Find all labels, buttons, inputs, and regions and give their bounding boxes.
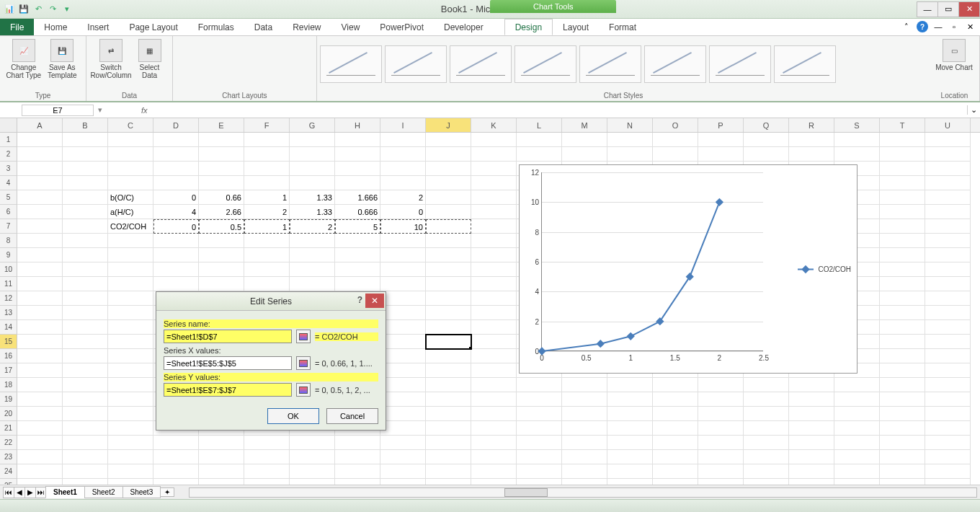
cell-U23[interactable] [925,450,971,464]
cell-J6[interactable] [426,205,471,219]
cell-G7[interactable]: 2 [290,219,335,234]
cell-A1[interactable] [17,133,63,147]
cell-O1[interactable] [653,133,698,147]
tab-view[interactable]: View [331,19,370,35]
cell-K19[interactable] [471,392,517,407]
cell-N24[interactable] [607,464,653,479]
tab-data[interactable]: Data [244,19,282,35]
chart-style-7[interactable] [709,45,771,83]
row-header-6[interactable]: 6 [0,205,17,219]
cell-I10[interactable] [380,262,426,277]
cell-H24[interactable] [335,464,380,479]
cell-J11[interactable] [426,277,471,291]
cell-B15[interactable] [63,335,108,349]
cell-M2[interactable] [562,147,607,162]
cell-L20[interactable] [517,407,562,421]
cell-R24[interactable] [789,464,834,479]
chart-style-8[interactable] [774,45,836,83]
cell-P20[interactable] [698,407,744,421]
cell-M20[interactable] [562,407,607,421]
cell-U6[interactable] [925,205,971,219]
cell-K15[interactable] [471,335,517,349]
cell-O20[interactable] [653,407,698,421]
qa-dropdown-icon[interactable]: ▾ [61,3,74,16]
cell-H8[interactable] [335,234,380,248]
row-header-8[interactable]: 8 [0,234,17,248]
name-box[interactable]: E7 [22,105,94,116]
cell-U20[interactable] [925,407,971,421]
cell-P18[interactable] [698,378,744,392]
cell-C20[interactable] [108,407,153,421]
cell-J2[interactable] [426,147,471,162]
cell-B4[interactable] [63,176,108,190]
cell-T19[interactable] [880,392,925,407]
cell-A9[interactable] [17,248,63,262]
cell-U24[interactable] [925,464,971,479]
cell-G6[interactable]: 1.33 [290,205,335,219]
sheet-tab-2[interactable]: Sheet2 [84,486,123,498]
row-header-4[interactable]: 4 [0,176,17,190]
chart-style-2[interactable] [385,45,447,83]
cell-D7[interactable]: 0 [153,219,199,234]
cell-F3[interactable] [244,162,290,176]
column-header-H[interactable]: H [335,118,380,132]
window-minimize-icon[interactable]: — [932,21,944,32]
row-header-24[interactable]: 24 [0,464,17,479]
column-header-J[interactable]: J [426,118,471,132]
cell-Q22[interactable] [744,436,789,450]
row-header-15[interactable]: 15 [0,335,17,349]
cell-C24[interactable] [108,464,153,479]
cell-T16[interactable] [880,349,925,363]
cell-G9[interactable] [290,248,335,262]
cell-A8[interactable] [17,234,63,248]
dialog-close-button[interactable]: ✕ [365,293,384,308]
cell-K9[interactable] [471,248,517,262]
row-header-9[interactable]: 9 [0,248,17,262]
row-header-12[interactable]: 12 [0,291,17,306]
cell-T3[interactable] [880,162,925,176]
cell-U11[interactable] [925,277,971,291]
cell-I12[interactable] [380,291,426,306]
cell-J22[interactable] [426,436,471,450]
cell-C7[interactable]: CO2/COH [108,219,153,234]
cell-G11[interactable] [290,277,335,291]
cell-A18[interactable] [17,378,63,392]
cell-S2[interactable] [834,147,880,162]
cell-S18[interactable] [834,378,880,392]
cell-T22[interactable] [880,436,925,450]
cell-J23[interactable] [426,450,471,464]
column-header-Q[interactable]: Q [744,118,789,132]
series-y-input[interactable] [164,383,292,397]
cell-P21[interactable] [698,421,744,436]
cell-G10[interactable] [290,262,335,277]
cell-I17[interactable] [380,363,426,378]
cell-B8[interactable] [63,234,108,248]
cell-B19[interactable] [63,392,108,407]
cell-Q2[interactable] [744,147,789,162]
change-chart-type-button[interactable]: 📈Change Chart Type [6,39,42,79]
cell-D1[interactable] [153,133,199,147]
cell-B20[interactable] [63,407,108,421]
cell-U7[interactable] [925,219,971,234]
cell-R2[interactable] [789,147,834,162]
cell-E5[interactable]: 0.66 [199,190,244,205]
tab-page-layout[interactable]: Page Layout [119,19,187,35]
cell-A7[interactable] [17,219,63,234]
cell-M1[interactable] [562,133,607,147]
cell-D4[interactable] [153,176,199,190]
sheet-nav-first-icon[interactable]: ⏮ [3,487,14,498]
cell-E9[interactable] [199,248,244,262]
cell-M18[interactable] [562,378,607,392]
cell-D22[interactable] [153,436,199,450]
fx-icon[interactable]: fx [141,106,148,115]
cell-R21[interactable] [789,421,834,436]
cell-F7[interactable]: 1 [244,219,290,234]
cell-T6[interactable] [880,205,925,219]
cell-S21[interactable] [834,421,880,436]
cell-T10[interactable] [880,262,925,277]
cell-L21[interactable] [517,421,562,436]
cell-N1[interactable] [607,133,653,147]
tab-formulas[interactable]: Formulas [188,19,244,35]
cell-A23[interactable] [17,450,63,464]
cell-O23[interactable] [653,450,698,464]
